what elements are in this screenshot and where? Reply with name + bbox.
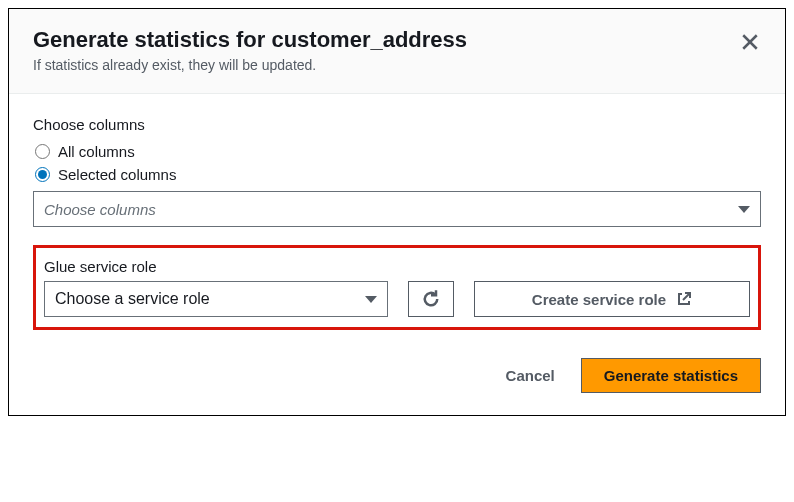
close-button[interactable] xyxy=(737,29,763,55)
service-role-select[interactable]: Choose a service role xyxy=(44,281,388,317)
generate-statistics-modal: Generate statistics for customer_address… xyxy=(8,8,786,416)
choose-columns-label: Choose columns xyxy=(33,116,761,133)
chevron-down-icon xyxy=(365,296,377,303)
radio-selected-columns-input[interactable] xyxy=(35,167,50,182)
radio-all-columns[interactable]: All columns xyxy=(33,143,761,160)
radio-selected-columns-label: Selected columns xyxy=(58,166,176,183)
radio-selected-columns[interactable]: Selected columns xyxy=(33,166,761,183)
modal-footer: Cancel Generate statistics xyxy=(9,338,785,415)
create-service-role-button[interactable]: Create service role xyxy=(474,281,750,317)
refresh-icon xyxy=(421,289,441,309)
external-link-icon xyxy=(676,291,692,307)
glue-role-label: Glue service role xyxy=(44,258,750,275)
generate-statistics-button[interactable]: Generate statistics xyxy=(581,358,761,393)
service-role-placeholder: Choose a service role xyxy=(55,290,210,308)
modal-subtitle: If statistics already exist, they will b… xyxy=(33,57,761,73)
radio-all-columns-input[interactable] xyxy=(35,144,50,159)
glue-role-row: Choose a service role Create service rol… xyxy=(44,281,750,317)
columns-select[interactable]: Choose columns xyxy=(33,191,761,227)
cancel-button[interactable]: Cancel xyxy=(500,359,561,392)
close-icon xyxy=(741,33,759,51)
glue-role-highlight: Glue service role Choose a service role … xyxy=(33,245,761,330)
create-service-role-label: Create service role xyxy=(532,291,666,308)
modal-body: Choose columns All columns Selected colu… xyxy=(9,94,785,338)
chevron-down-icon xyxy=(738,206,750,213)
refresh-button[interactable] xyxy=(408,281,454,317)
columns-select-placeholder: Choose columns xyxy=(44,201,156,218)
modal-title: Generate statistics for customer_address xyxy=(33,27,761,53)
svg-line-2 xyxy=(683,293,690,300)
modal-header: Generate statistics for customer_address… xyxy=(9,9,785,94)
radio-all-columns-label: All columns xyxy=(58,143,135,160)
